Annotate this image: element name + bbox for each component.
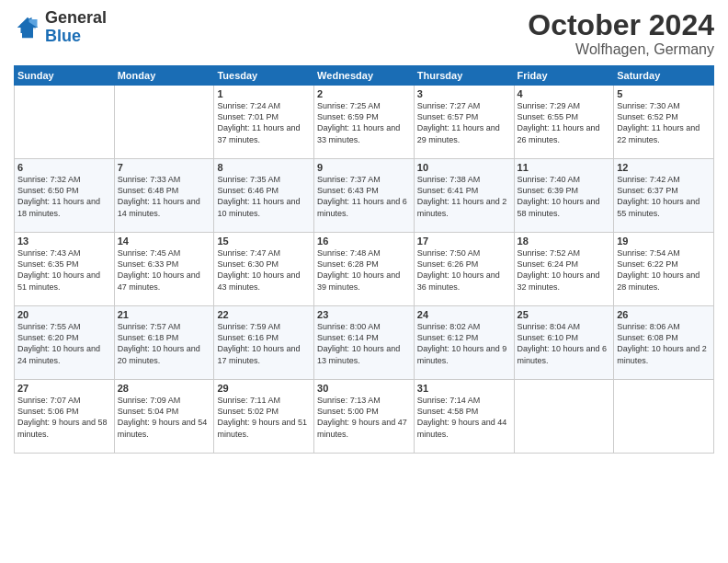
header-saturday: Saturday xyxy=(614,66,714,86)
table-row: 14Sunrise: 7:45 AM Sunset: 6:33 PM Dayli… xyxy=(114,233,214,306)
header: General Blue October 2024 Wolfhagen, Ger… xyxy=(14,9,714,58)
day-number: 30 xyxy=(317,383,411,394)
day-number: 19 xyxy=(617,236,711,247)
day-info: Sunrise: 7:29 AM Sunset: 6:55 PM Dayligh… xyxy=(518,100,611,145)
day-number: 15 xyxy=(217,236,311,247)
day-info: Sunrise: 7:07 AM Sunset: 5:06 PM Dayligh… xyxy=(17,395,111,440)
day-info: Sunrise: 8:02 AM Sunset: 6:12 PM Dayligh… xyxy=(417,321,511,366)
table-row: 4Sunrise: 7:29 AM Sunset: 6:55 PM Daylig… xyxy=(514,86,614,159)
day-number: 29 xyxy=(217,383,311,394)
day-info: Sunrise: 7:35 AM Sunset: 6:46 PM Dayligh… xyxy=(217,174,311,219)
day-number: 23 xyxy=(317,309,411,320)
day-info: Sunrise: 7:54 AM Sunset: 6:22 PM Dayligh… xyxy=(617,247,711,293)
calendar-week-row: 20Sunrise: 7:55 AM Sunset: 6:20 PM Dayli… xyxy=(15,306,714,380)
header-wednesday: Wednesday xyxy=(314,66,415,86)
month-title: October 2024 xyxy=(528,9,714,41)
calendar-week-row: 13Sunrise: 7:43 AM Sunset: 6:35 PM Dayli… xyxy=(15,233,714,306)
table-row: 19Sunrise: 7:54 AM Sunset: 6:22 PM Dayli… xyxy=(614,233,714,306)
day-info: Sunrise: 7:50 AM Sunset: 6:26 PM Dayligh… xyxy=(417,247,511,293)
table-row: 6Sunrise: 7:32 AM Sunset: 6:50 PM Daylig… xyxy=(15,159,115,233)
calendar-week-row: 27Sunrise: 7:07 AM Sunset: 5:06 PM Dayli… xyxy=(15,380,714,454)
table-row xyxy=(114,86,214,159)
day-number: 4 xyxy=(518,88,611,99)
header-monday: Monday xyxy=(114,66,214,86)
table-row: 13Sunrise: 7:43 AM Sunset: 6:35 PM Dayli… xyxy=(15,233,115,306)
day-number: 24 xyxy=(417,309,511,320)
day-info: Sunrise: 7:40 AM Sunset: 6:39 PM Dayligh… xyxy=(518,174,611,219)
day-number: 8 xyxy=(217,162,311,173)
day-number: 5 xyxy=(617,88,711,99)
table-row: 29Sunrise: 7:11 AM Sunset: 5:02 PM Dayli… xyxy=(214,380,314,454)
day-info: Sunrise: 7:33 AM Sunset: 6:48 PM Dayligh… xyxy=(118,174,211,219)
day-number: 11 xyxy=(518,162,611,173)
day-number: 14 xyxy=(118,236,211,247)
day-number: 21 xyxy=(118,309,211,320)
day-number: 1 xyxy=(217,88,311,99)
page: General Blue October 2024 Wolfhagen, Ger… xyxy=(0,0,728,563)
table-row: 11Sunrise: 7:40 AM Sunset: 6:39 PM Dayli… xyxy=(514,159,614,233)
table-row: 20Sunrise: 7:55 AM Sunset: 6:20 PM Dayli… xyxy=(15,306,115,380)
day-number: 6 xyxy=(17,162,111,173)
day-info: Sunrise: 7:09 AM Sunset: 5:04 PM Dayligh… xyxy=(118,395,211,440)
table-row: 24Sunrise: 8:02 AM Sunset: 6:12 PM Dayli… xyxy=(414,306,514,380)
day-info: Sunrise: 7:27 AM Sunset: 6:57 PM Dayligh… xyxy=(417,100,511,145)
table-row: 9Sunrise: 7:37 AM Sunset: 6:43 PM Daylig… xyxy=(314,159,415,233)
table-row: 8Sunrise: 7:35 AM Sunset: 6:46 PM Daylig… xyxy=(214,159,314,233)
day-info: Sunrise: 7:52 AM Sunset: 6:24 PM Dayligh… xyxy=(518,247,611,293)
day-number: 3 xyxy=(417,88,511,99)
day-info: Sunrise: 7:30 AM Sunset: 6:52 PM Dayligh… xyxy=(617,100,711,145)
day-info: Sunrise: 7:57 AM Sunset: 6:18 PM Dayligh… xyxy=(118,321,211,366)
table-row xyxy=(514,380,614,454)
calendar-week-row: 6Sunrise: 7:32 AM Sunset: 6:50 PM Daylig… xyxy=(15,159,714,233)
logo-blue-text: Blue xyxy=(45,28,107,46)
day-info: Sunrise: 7:42 AM Sunset: 6:37 PM Dayligh… xyxy=(617,174,711,219)
day-number: 12 xyxy=(617,162,711,173)
table-row: 27Sunrise: 7:07 AM Sunset: 5:06 PM Dayli… xyxy=(15,380,115,454)
day-info: Sunrise: 7:24 AM Sunset: 7:01 PM Dayligh… xyxy=(217,100,311,145)
header-friday: Friday xyxy=(514,66,614,86)
day-number: 9 xyxy=(317,162,411,173)
table-row: 7Sunrise: 7:33 AM Sunset: 6:48 PM Daylig… xyxy=(114,159,214,233)
day-info: Sunrise: 7:47 AM Sunset: 6:30 PM Dayligh… xyxy=(217,247,311,293)
table-row: 30Sunrise: 7:13 AM Sunset: 5:00 PM Dayli… xyxy=(314,380,415,454)
day-info: Sunrise: 7:13 AM Sunset: 5:00 PM Dayligh… xyxy=(317,395,411,440)
table-row: 22Sunrise: 7:59 AM Sunset: 6:16 PM Dayli… xyxy=(214,306,314,380)
table-row: 15Sunrise: 7:47 AM Sunset: 6:30 PM Dayli… xyxy=(214,233,314,306)
table-row: 18Sunrise: 7:52 AM Sunset: 6:24 PM Dayli… xyxy=(514,233,614,306)
day-number: 18 xyxy=(518,236,611,247)
day-number: 10 xyxy=(417,162,511,173)
header-thursday: Thursday xyxy=(414,66,514,86)
logo-icon xyxy=(14,14,41,41)
day-info: Sunrise: 8:06 AM Sunset: 6:08 PM Dayligh… xyxy=(617,321,711,366)
table-row: 17Sunrise: 7:50 AM Sunset: 6:26 PM Dayli… xyxy=(414,233,514,306)
day-info: Sunrise: 7:11 AM Sunset: 5:02 PM Dayligh… xyxy=(217,395,311,440)
day-info: Sunrise: 7:43 AM Sunset: 6:35 PM Dayligh… xyxy=(17,247,111,293)
day-info: Sunrise: 7:59 AM Sunset: 6:16 PM Dayligh… xyxy=(217,321,311,366)
day-info: Sunrise: 8:00 AM Sunset: 6:14 PM Dayligh… xyxy=(317,321,411,366)
logo-general-text: General xyxy=(45,9,107,28)
day-info: Sunrise: 7:32 AM Sunset: 6:50 PM Dayligh… xyxy=(17,174,111,219)
table-row xyxy=(15,86,115,159)
day-info: Sunrise: 7:25 AM Sunset: 6:59 PM Dayligh… xyxy=(317,100,411,145)
table-row: 16Sunrise: 7:48 AM Sunset: 6:28 PM Dayli… xyxy=(314,233,415,306)
header-sunday: Sunday xyxy=(15,66,115,86)
logo-text: General Blue xyxy=(45,9,107,46)
day-info: Sunrise: 7:38 AM Sunset: 6:41 PM Dayligh… xyxy=(417,174,511,219)
day-info: Sunrise: 7:37 AM Sunset: 6:43 PM Dayligh… xyxy=(317,174,411,219)
table-row: 10Sunrise: 7:38 AM Sunset: 6:41 PM Dayli… xyxy=(414,159,514,233)
day-info: Sunrise: 7:48 AM Sunset: 6:28 PM Dayligh… xyxy=(317,247,411,293)
day-number: 13 xyxy=(17,236,111,247)
day-number: 2 xyxy=(317,88,411,99)
calendar-table: Sunday Monday Tuesday Wednesday Thursday… xyxy=(14,65,714,454)
table-row: 12Sunrise: 7:42 AM Sunset: 6:37 PM Dayli… xyxy=(614,159,714,233)
table-row: 31Sunrise: 7:14 AM Sunset: 4:58 PM Dayli… xyxy=(414,380,514,454)
day-number: 20 xyxy=(17,309,111,320)
day-number: 16 xyxy=(317,236,411,247)
table-row xyxy=(614,380,714,454)
day-info: Sunrise: 7:55 AM Sunset: 6:20 PM Dayligh… xyxy=(17,321,111,366)
calendar-week-row: 1Sunrise: 7:24 AM Sunset: 7:01 PM Daylig… xyxy=(15,86,714,159)
day-number: 17 xyxy=(417,236,511,247)
table-row: 25Sunrise: 8:04 AM Sunset: 6:10 PM Dayli… xyxy=(514,306,614,380)
table-row: 28Sunrise: 7:09 AM Sunset: 5:04 PM Dayli… xyxy=(114,380,214,454)
table-row: 23Sunrise: 8:00 AM Sunset: 6:14 PM Dayli… xyxy=(314,306,415,380)
